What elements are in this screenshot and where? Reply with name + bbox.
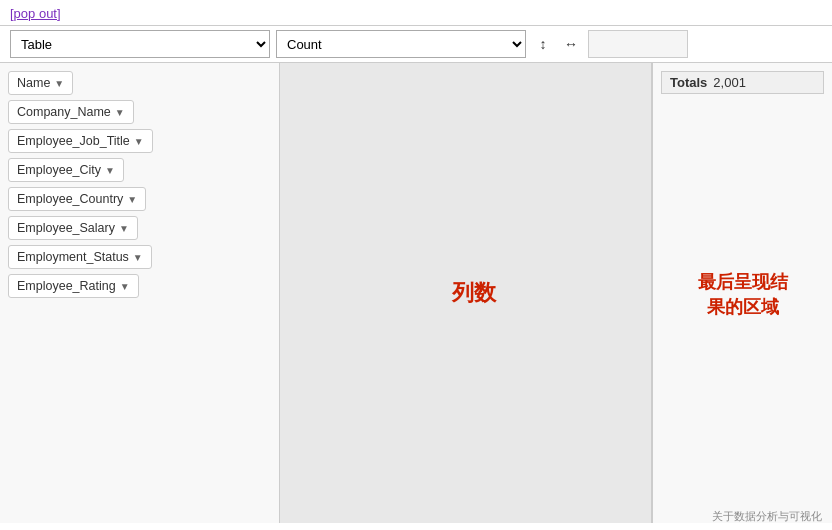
- column-dropdown-arrow: ▼: [105, 165, 115, 176]
- column-label: Name: [17, 76, 50, 90]
- top-bar: [pop out]: [0, 0, 832, 25]
- columns-panel: Name▼Company_Name▼Employee_Job_Title▼Emp…: [0, 63, 280, 523]
- column-item[interactable]: Employee_Country▼: [8, 187, 146, 211]
- main-area: Name▼Company_Name▼Employee_Job_Title▼Emp…: [0, 63, 832, 523]
- table-select[interactable]: Table: [10, 30, 270, 58]
- column-item[interactable]: Name▼: [8, 71, 73, 95]
- expand-icon-btn[interactable]: ↔: [560, 33, 582, 55]
- column-label: Company_Name: [17, 105, 111, 119]
- column-dropdown-arrow: ▼: [119, 223, 129, 234]
- pop-out-link[interactable]: [pop out]: [10, 6, 61, 21]
- count-select[interactable]: Count: [276, 30, 526, 58]
- column-label: Employee_Rating: [17, 279, 116, 293]
- watermark: 关于数据分析与可视化: [712, 509, 822, 524]
- column-dropdown-arrow: ▼: [134, 136, 144, 147]
- center-panel: 列数: [280, 63, 652, 523]
- controls-row: Table Count ↕ ↔: [0, 25, 832, 63]
- column-label: Employee_Salary: [17, 221, 115, 235]
- column-item[interactable]: Employee_Job_Title▼: [8, 129, 153, 153]
- column-item[interactable]: Employee_Salary▼: [8, 216, 138, 240]
- sort-icon: ↕: [540, 36, 547, 52]
- column-label: Employee_City: [17, 163, 101, 177]
- column-label: Employee_Job_Title: [17, 134, 130, 148]
- columns-annotation: 列数: [452, 279, 496, 308]
- column-dropdown-arrow: ▼: [115, 107, 125, 118]
- totals-row: Totals 2,001: [661, 71, 824, 94]
- totals-value: 2,001: [713, 75, 746, 90]
- column-dropdown-arrow: ▼: [120, 281, 130, 292]
- column-dropdown-arrow: ▼: [54, 78, 64, 89]
- column-item[interactable]: Employee_Rating▼: [8, 274, 139, 298]
- column-dropdown-arrow: ▼: [133, 252, 143, 263]
- right-panel-placeholder: [588, 30, 688, 58]
- totals-label: Totals: [670, 75, 707, 90]
- sort-icon-btn[interactable]: ↕: [532, 33, 554, 55]
- column-label: Employment_Status: [17, 250, 129, 264]
- column-item[interactable]: Company_Name▼: [8, 100, 134, 124]
- results-panel: Totals 2,001 最后呈现结果的区域: [652, 63, 832, 523]
- column-item[interactable]: Employee_City▼: [8, 158, 124, 182]
- column-label: Employee_Country: [17, 192, 123, 206]
- column-item[interactable]: Employment_Status▼: [8, 245, 152, 269]
- expand-icon: ↔: [564, 36, 578, 52]
- column-dropdown-arrow: ▼: [127, 194, 137, 205]
- result-annotation: 最后呈现结果的区域: [653, 270, 832, 320]
